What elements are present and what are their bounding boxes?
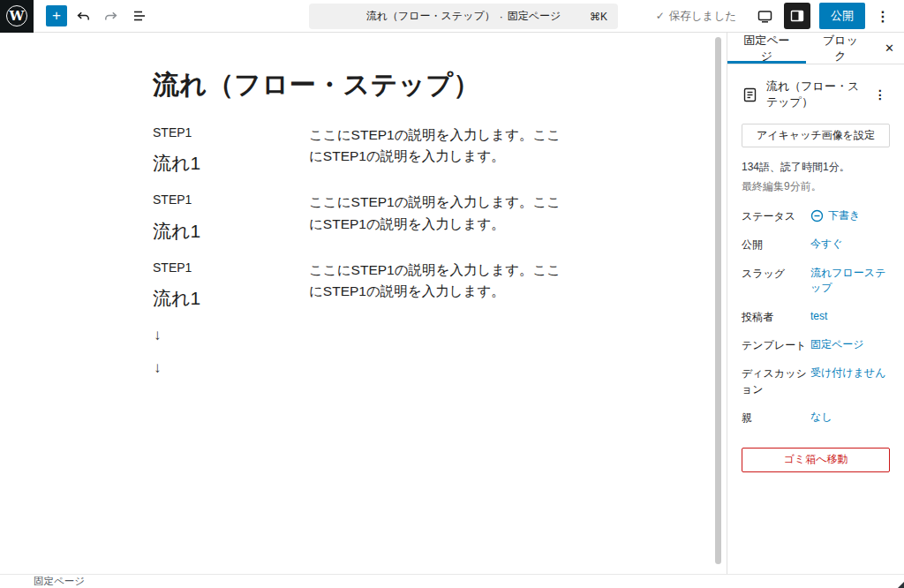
topbar-actions: ✓ 保存しました 公開 ⋮ [656, 3, 904, 29]
step-label: STEP1 [153, 260, 309, 275]
field-row-parent: 親なし [742, 410, 890, 426]
scrollbar-thumb[interactable] [715, 37, 721, 564]
breadcrumb[interactable]: 固定ページ [34, 575, 85, 588]
draft-status-icon [810, 209, 824, 222]
flow-step-left: STEP1流れ1 [153, 260, 309, 310]
editor-canvas[interactable]: 流れ（フロー・ステップ） STEP1流れ1ここにSTEP1の説明を入力します。こ… [0, 33, 727, 574]
last-edited-text: 最終編集9分前。 [742, 179, 890, 194]
flow-step-left: STEP1流れ1 [153, 124, 309, 175]
document-title-separator: · [500, 11, 503, 23]
field-row-author: 投稿者test [742, 309, 890, 325]
close-icon: ✕ [885, 41, 894, 55]
step-description: ここにSTEP1の説明を入力します。ここにSTEP1の説明を入力します。 [309, 192, 563, 242]
field-value-discussion: 受け付けません [810, 366, 885, 381]
options-menu-button[interactable]: ⋮ [870, 4, 895, 28]
field-value-author: test [810, 309, 827, 324]
page-icon [742, 87, 758, 103]
document-type: 固定ページ [508, 9, 561, 24]
sidebar-panel-icon [789, 8, 805, 24]
check-icon: ✓ [656, 10, 665, 22]
editor-top-bar: W + 流れ（フロー・ステップ） · 固定ページ ⌘K ✓ [0, 0, 904, 33]
field-value-parent-button[interactable]: なし [810, 410, 832, 425]
saved-status-button[interactable]: ✓ 保存しました [656, 9, 736, 24]
block-inserter-button[interactable]: + [46, 5, 67, 26]
field-value-discussion-button[interactable]: 受け付けません [810, 366, 885, 381]
field-row-publish-date: 公開今すぐ [742, 237, 890, 253]
field-value-publish-date-button[interactable]: 今すぐ [810, 237, 843, 252]
flow-steps-block: STEP1流れ1ここにSTEP1の説明を入力します。ここにSTEP1の説明を入力… [153, 124, 563, 310]
step-description: ここにSTEP1の説明を入力します。ここにSTEP1の説明を入力します。 [309, 260, 563, 310]
document-title: 流れ（フロー・ステップ） [366, 9, 495, 24]
field-label-author: 投稿者 [742, 309, 810, 325]
flow-step-block[interactable]: STEP1流れ1ここにSTEP1の説明を入力します。ここにSTEP1の説明を入力… [153, 192, 563, 242]
tab-ブロック[interactable]: ブロック [806, 33, 875, 64]
window-resize-handle[interactable] [898, 582, 904, 588]
step-title: 流れ1 [153, 219, 309, 243]
sidebar-document-title: 流れ（フロー・ステップ） [766, 79, 870, 110]
step-title: 流れ1 [153, 286, 309, 310]
step-title: 流れ1 [153, 151, 309, 175]
field-value-template-button[interactable]: 固定ページ [810, 337, 864, 352]
wordpress-w-icon: W [6, 5, 27, 26]
settings-sidebar: 固定ページブロック ✕ 流れ（フロー・ステップ） ⋮ アイキャッ [727, 33, 904, 574]
sidebar-tabs: 固定ページブロック ✕ [727, 33, 904, 64]
canvas-scrollbar[interactable] [715, 37, 721, 569]
list-view-icon [131, 7, 148, 25]
list-view-button[interactable] [127, 4, 152, 28]
saved-status-label: 保存しました [669, 9, 736, 24]
summary-header: 流れ（フロー・ステップ） ⋮ [742, 79, 890, 110]
field-value-publish-date: 今すぐ [810, 237, 843, 252]
field-row-slug: スラッグ流れフローステップ [742, 266, 890, 297]
field-value-slug-button[interactable]: 流れフローステップ [810, 266, 890, 297]
settings-sidebar-toggle-button[interactable] [784, 3, 810, 29]
step-description: ここにSTEP1の説明を入力します。ここにSTEP1の説明を入力します。 [309, 124, 563, 175]
editor-main: 流れ（フロー・ステップ） STEP1流れ1ここにSTEP1の説明を入力します。こ… [0, 33, 904, 574]
field-row-discussion: ディスカッション受け付けません [742, 366, 890, 397]
redo-icon [102, 7, 120, 25]
field-label-slug: スラッグ [742, 266, 810, 282]
field-row-template: テンプレート固定ページ [742, 337, 890, 353]
undo-button[interactable] [71, 4, 95, 28]
flow-step-left: STEP1流れ1 [153, 192, 309, 242]
post-title[interactable]: 流れ（フロー・ステップ） [153, 67, 563, 102]
set-featured-image-button[interactable]: アイキャッチ画像を設定 [742, 124, 890, 147]
editor-footer-bar: 固定ページ [0, 574, 904, 588]
page-summary-fields: ステータス下書き公開今すぐスラッグ流れフローステップ投稿者testテンプレート固… [742, 208, 890, 426]
flow-step-block[interactable]: STEP1流れ1ここにSTEP1の説明を入力します。ここにSTEP1の説明を入力… [153, 124, 563, 175]
wordpress-logo[interactable]: W [0, 0, 34, 33]
step-label: STEP1 [153, 192, 309, 207]
command-shortcut: ⌘K [590, 11, 607, 23]
tab-固定ページ[interactable]: 固定ページ [727, 33, 806, 64]
field-label-status: ステータス [742, 208, 810, 224]
flow-step-block[interactable]: STEP1流れ1ここにSTEP1の説明を入力します。ここにSTEP1の説明を入力… [153, 260, 563, 310]
field-label-parent: 親 [742, 410, 810, 426]
move-to-trash-button[interactable]: ゴミ箱へ移動 [742, 448, 890, 472]
wordpress-block-editor: W + 流れ（フロー・ステップ） · 固定ページ ⌘K ✓ [0, 0, 904, 588]
preview-button[interactable] [752, 4, 777, 28]
field-label-publish-date: 公開 [742, 237, 810, 253]
redo-button[interactable] [99, 4, 124, 28]
field-value-parent: なし [810, 410, 832, 425]
close-sidebar-button[interactable]: ✕ [875, 33, 904, 64]
field-value-author-button[interactable]: test [810, 309, 827, 324]
publish-button[interactable]: 公開 [819, 3, 865, 29]
flow-arrows: ↓↓ [153, 327, 563, 377]
monitor-icon [756, 7, 774, 25]
field-value-template: 固定ページ [810, 337, 864, 352]
down-arrow-block[interactable]: ↓ [154, 359, 563, 377]
field-label-discussion: ディスカッション [742, 366, 810, 397]
field-row-status: ステータス下書き [742, 208, 890, 224]
field-value-status: 下書き [828, 208, 860, 223]
field-value-status-button[interactable]: 下書き [810, 208, 860, 223]
undo-icon [74, 7, 92, 25]
sidebar-tab-list: 固定ページブロック [727, 33, 875, 64]
page-actions-menu-button[interactable]: ⋮ [870, 86, 890, 103]
step-label: STEP1 [153, 124, 309, 140]
down-arrow-block[interactable]: ↓ [154, 327, 563, 344]
document-title-button[interactable]: 流れ（フロー・ステップ） · 固定ページ ⌘K [309, 4, 618, 29]
post-content: 流れ（フロー・ステップ） STEP1流れ1ここにSTEP1の説明を入力します。こ… [153, 67, 563, 377]
field-value-slug: 流れフローステップ [810, 266, 890, 297]
field-label-template: テンプレート [742, 337, 810, 353]
word-count-text: 134語、読了時間1分。 [742, 160, 890, 175]
page-settings-panel: 流れ（フロー・ステップ） ⋮ アイキャッチ画像を設定 134語、読了時間1分。 … [727, 64, 904, 486]
